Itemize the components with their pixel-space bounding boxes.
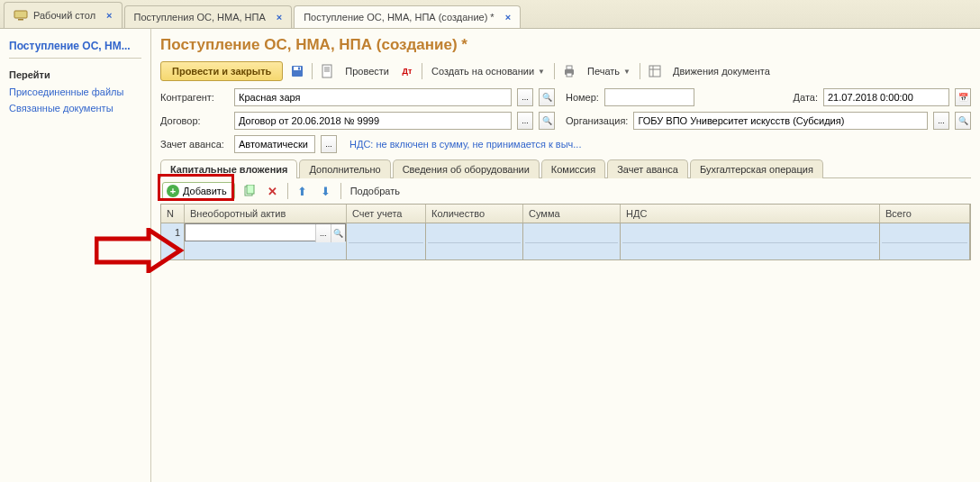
contractor-label: Контрагент: xyxy=(160,92,229,103)
contract-input[interactable] xyxy=(234,112,512,130)
content: Поступление ОС, НМА, НПА (создание) * Пр… xyxy=(151,29,980,482)
save-icon[interactable] xyxy=(288,62,306,80)
svg-rect-1 xyxy=(18,19,23,21)
col-nds[interactable]: НДС xyxy=(621,205,880,223)
svg-rect-11 xyxy=(247,185,254,194)
delete-icon[interactable]: ✕ xyxy=(264,182,282,200)
advance-label: Зачет аванса: xyxy=(160,139,229,150)
desktop-icon xyxy=(14,8,28,23)
asset-input[interactable] xyxy=(186,224,315,241)
copy-icon[interactable] xyxy=(240,182,259,200)
col-asset[interactable]: Внеоборотный актив xyxy=(185,205,347,223)
open-button[interactable]: 🔍 xyxy=(955,112,971,130)
print-button[interactable]: Печать▼ xyxy=(584,64,634,78)
open-button[interactable]: 🔍 xyxy=(539,88,555,106)
col-total[interactable]: Всего xyxy=(880,205,970,223)
svg-rect-9 xyxy=(649,66,660,77)
open-button[interactable]: 🔍 xyxy=(331,224,346,242)
col-qty[interactable]: Количество xyxy=(426,205,523,223)
number-label: Номер: xyxy=(566,92,599,103)
contract-label: Договор: xyxy=(160,115,229,126)
tab-label: Поступление ОС, НМА, НПА (создание) * xyxy=(304,12,494,23)
contractor-input[interactable] xyxy=(234,88,512,106)
grid-header: N Внеоборотный актив Счет учета Количест… xyxy=(161,205,970,223)
select-button[interactable]: ... xyxy=(517,88,533,106)
svg-rect-7 xyxy=(567,66,572,69)
nds-link[interactable]: НДС: не включен в сумму, не принимается … xyxy=(349,139,582,150)
app-tabs-bar: Рабочий стол × Поступления ОС, НМА, НПА … xyxy=(0,0,980,29)
post-button[interactable]: Провести xyxy=(341,64,393,78)
grid: N Внеоборотный актив Счет учета Количест… xyxy=(160,204,971,260)
pick-button[interactable]: Подобрать xyxy=(347,184,404,198)
subtab-advance[interactable]: Зачет аванса xyxy=(607,159,688,178)
sidebar-link-related[interactable]: Связанные документы xyxy=(9,100,141,116)
org-input[interactable] xyxy=(633,112,928,130)
col-acct[interactable]: Счет учета xyxy=(347,205,426,223)
subtab-additional[interactable]: Дополнительно xyxy=(299,159,390,178)
sidebar-link-files[interactable]: Присоединенные файлы xyxy=(9,84,141,100)
calendar-icon[interactable]: 📅 xyxy=(955,88,971,106)
tab-label: Рабочий стол xyxy=(33,10,95,21)
subtab-posting[interactable]: Бухгалтерская операция xyxy=(690,159,823,178)
close-icon[interactable]: × xyxy=(277,12,282,23)
sub-tabs: Капитальные вложения Дополнительно Сведе… xyxy=(160,159,971,178)
advance-input[interactable] xyxy=(234,135,315,153)
movements-button[interactable]: Движения документа xyxy=(669,64,774,78)
register-icon[interactable] xyxy=(646,62,664,80)
tab-label: Поступления ОС, НМА, НПА xyxy=(134,12,266,23)
subtab-commission[interactable]: Комиссия xyxy=(541,159,605,178)
table-row[interactable]: 1 ... 🔍 xyxy=(161,223,970,259)
svg-rect-8 xyxy=(567,73,572,77)
date-input[interactable] xyxy=(823,88,949,106)
number-input[interactable] xyxy=(604,88,694,106)
close-icon[interactable]: × xyxy=(505,12,511,23)
move-down-icon[interactable]: ⬇ xyxy=(317,182,335,200)
select-button[interactable]: ... xyxy=(517,112,533,130)
close-icon[interactable]: × xyxy=(106,10,112,21)
col-n[interactable]: N xyxy=(161,205,185,223)
subtab-capital[interactable]: Капитальные вложения xyxy=(160,159,297,178)
svg-rect-0 xyxy=(14,11,27,18)
date-label: Дата: xyxy=(794,92,818,103)
printer-icon[interactable] xyxy=(560,62,578,80)
sidebar-title: Поступление ОС, НМ... xyxy=(9,34,141,59)
add-button[interactable]: + Добавить xyxy=(162,182,235,200)
open-button[interactable]: 🔍 xyxy=(539,112,555,130)
tab-list[interactable]: Поступления ОС, НМА, НПА × xyxy=(124,5,293,28)
sidebar-section-title: Перейти xyxy=(9,66,141,84)
row-number: 1 xyxy=(161,223,184,241)
subtab-equipment[interactable]: Сведения об оборудовании xyxy=(393,159,540,178)
sidebar: Поступление ОС, НМ... Перейти Присоедине… xyxy=(0,29,151,482)
page-title: Поступление ОС, НМА, НПА (создание) * xyxy=(160,36,971,54)
org-label: Организация: xyxy=(566,115,628,126)
post-close-button[interactable]: Провести и закрыть xyxy=(160,61,283,81)
document-icon[interactable] xyxy=(318,62,336,80)
tab-desktop[interactable]: Рабочий стол × xyxy=(4,2,122,28)
select-button[interactable]: ... xyxy=(321,135,337,153)
svg-rect-4 xyxy=(298,68,300,70)
col-sum[interactable]: Сумма xyxy=(523,205,621,223)
toolbar: Провести и закрыть Провести Дт Создать н… xyxy=(160,61,971,81)
move-up-icon[interactable]: ⬆ xyxy=(294,182,312,200)
tab-document[interactable]: Поступление ОС, НМА, НПА (создание) * × xyxy=(294,5,521,28)
dtkt-icon[interactable]: Дт xyxy=(398,62,416,80)
select-button[interactable]: ... xyxy=(315,224,331,242)
table-toolbar: + Добавить ✕ ⬆ ⬇ Подобрать xyxy=(160,178,971,204)
create-based-button[interactable]: Создать на основании▼ xyxy=(428,64,549,78)
select-button[interactable]: ... xyxy=(933,112,949,130)
plus-icon: + xyxy=(167,185,179,197)
